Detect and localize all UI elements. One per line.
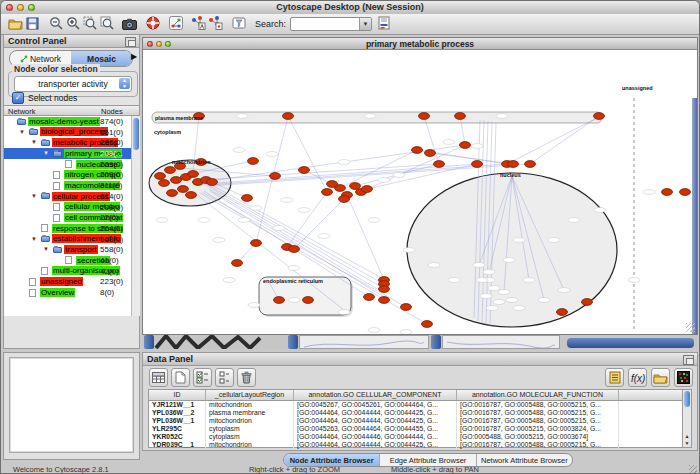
table-cell[interactable]: [GO:0005488, GO:0005215, GO:0003674] <box>457 433 619 441</box>
tree-item-multi-organism-pro[interactable]: multi-organism pro42(0) <box>4 266 131 277</box>
network-node[interactable] <box>460 142 471 149</box>
table-cell[interactable]: mitochondrion <box>206 417 294 425</box>
network-node[interactable] <box>299 167 310 174</box>
network-node[interactable] <box>167 190 178 197</box>
column-header[interactable]: ID <box>149 390 206 400</box>
table-row[interactable]: YDR039C__1mitochondrion[GO:0044464, GO:0… <box>149 441 683 449</box>
tree-item-mosaic-demo-yeast[interactable]: mosaic-demo-yeast874(0) <box>4 116 131 127</box>
view-resize-grip[interactable] <box>686 323 695 332</box>
network-node[interactable] <box>412 147 423 154</box>
network-view-titlebar[interactable]: primary metabolic process <box>143 38 697 50</box>
network-node[interactable] <box>662 189 673 196</box>
help-icon[interactable] <box>144 14 161 31</box>
table-cell[interactable]: mitochondrion <box>206 441 294 449</box>
select-attributes-icon[interactable] <box>193 368 212 387</box>
filter-icon[interactable] <box>230 15 247 32</box>
table-scrollbar[interactable]: ▲ ▼ <box>682 389 692 448</box>
tree-column-header[interactable]: Network Nodes <box>4 105 139 116</box>
table-row[interactable]: YPL036W__2plasma membrane[GO:0044464, GO… <box>149 409 683 417</box>
search-input[interactable]: ▼ <box>290 17 372 31</box>
network-node[interactable] <box>425 150 436 157</box>
network-canvas[interactable]: plasma membranecytoplasmmitochondrionnuc… <box>144 50 697 334</box>
table-cell[interactable]: mitochondrion <box>206 401 294 409</box>
network-node[interactable] <box>165 167 176 174</box>
network-node[interactable] <box>339 196 350 203</box>
attribute-list-icon[interactable] <box>605 368 624 387</box>
float-panel-icon[interactable] <box>125 37 136 47</box>
column-header[interactable]: annotation.GO CELLULAR_COMPONENT <box>294 390 457 400</box>
open-icon[interactable] <box>7 15 24 32</box>
table-cell[interactable]: [GO:0016787, GO:0005488, GO:0005215, G..… <box>457 417 619 425</box>
network-node[interactable] <box>274 297 285 304</box>
tree-item-overview[interactable]: Overview8(0) <box>4 287 131 298</box>
network-node[interactable] <box>155 173 166 180</box>
table-cell[interactable]: [GO:0044464, GO:0044444, GO:0044425, G..… <box>294 417 457 425</box>
table-row[interactable]: YJR121W__1mitochondrion[GO:0045267, GO:0… <box>149 401 683 409</box>
heatmap-icon[interactable] <box>674 368 693 387</box>
network-node[interactable] <box>350 183 361 190</box>
network-node[interactable] <box>232 260 243 267</box>
column-header[interactable]: annotation.GO MOLECULAR_FUNCTION <box>457 390 619 400</box>
background-window[interactable] <box>144 335 154 349</box>
table-cell[interactable]: YKR052C <box>149 433 206 441</box>
table-cell[interactable]: YPL036W__2 <box>149 409 206 417</box>
tree-item-cellular-metabo[interactable]: cellular metabo209(0) <box>4 202 131 213</box>
tree-item-cellular-process[interactable]: ▼cellular process614(0) <box>4 191 131 202</box>
tree-item-macromolecule[interactable]: macromolecule311(0) <box>4 180 131 191</box>
expand-arrow-icon[interactable]: ▼ <box>31 193 37 199</box>
network-node[interactable] <box>270 173 281 180</box>
edge[interactable] <box>288 116 327 192</box>
network-node[interactable] <box>251 240 262 247</box>
zoom-selected-icon[interactable] <box>81 14 98 31</box>
table-cell[interactable]: [GO:0045263, GO:0044464, GO:0044455, G..… <box>294 425 457 433</box>
tree-item-nucleobase-[interactable]: nucleobase-209(0) <box>4 159 131 170</box>
expand-arrow-icon[interactable]: ▼ <box>31 236 37 242</box>
background-window[interactable] <box>299 335 429 349</box>
network-node[interactable] <box>178 186 189 193</box>
attribute-browser-icon[interactable] <box>376 14 393 31</box>
network-node[interactable] <box>419 113 430 120</box>
edge[interactable] <box>347 195 384 280</box>
select-nodes-checkbox[interactable]: ✓ <box>12 92 24 104</box>
tree-item-unassigned[interactable]: unassigned223(0) <box>4 276 131 287</box>
tab-overflow-button[interactable]: ▶ <box>131 52 137 61</box>
network-node[interactable] <box>283 113 294 120</box>
network-node[interactable] <box>207 179 218 186</box>
network-node[interactable] <box>401 304 412 311</box>
network-node[interactable] <box>582 299 593 306</box>
network-node[interactable] <box>379 297 390 304</box>
tree-scrollbar[interactable] <box>131 116 140 316</box>
save-icon[interactable] <box>24 15 41 32</box>
network-node[interactable] <box>594 113 605 120</box>
table-icon[interactable] <box>149 368 168 387</box>
network-node[interactable] <box>525 161 536 168</box>
network-node[interactable] <box>186 192 197 199</box>
zoom-fit-icon[interactable] <box>98 14 115 31</box>
table-cell[interactable]: [GO:0045267, GO:0045261, GO:0044464, G..… <box>294 401 457 409</box>
network-node[interactable] <box>364 294 375 301</box>
network-node[interactable] <box>508 161 519 168</box>
network-node[interactable] <box>171 177 182 184</box>
network-node[interactable] <box>289 246 300 253</box>
network-node[interactable] <box>455 113 466 120</box>
tree-item-cell-communicat[interactable]: cell communicat22(0) <box>4 212 131 223</box>
background-window[interactable] <box>431 335 441 349</box>
expand-arrow-icon[interactable]: ▼ <box>31 139 37 145</box>
table-cell[interactable]: [GO:0044464, GO:0044444, GO:0044425, G..… <box>294 409 457 417</box>
network-node[interactable] <box>242 195 253 202</box>
network-node[interactable] <box>472 161 483 168</box>
unselect-attributes-icon[interactable] <box>215 368 234 387</box>
background-window[interactable] <box>442 335 560 349</box>
network-node[interactable] <box>327 181 338 188</box>
table-cell[interactable]: plasma membrane <box>206 409 294 417</box>
tree-item-nitrogen-compo[interactable]: nitrogen compo209(0) <box>4 169 131 180</box>
float-panel-icon[interactable] <box>683 355 694 365</box>
table-row[interactable]: YKR052Ccytoplasm[GO:0044464, GO:0044446,… <box>149 433 683 441</box>
node-color-dropdown[interactable]: transporter activity ▲▼ <box>14 76 132 92</box>
table-cell[interactable]: YJR121W__1 <box>149 401 206 409</box>
new-attribute-icon[interactable] <box>171 368 190 387</box>
tree-item-secretion[interactable]: secretion41(0) <box>4 255 131 266</box>
table-cell[interactable]: cytoplasm <box>206 425 294 433</box>
network-node[interactable] <box>248 158 259 165</box>
table-cell[interactable]: [GO:0016787, GO:0005215, GO:0003824, G..… <box>457 425 619 433</box>
